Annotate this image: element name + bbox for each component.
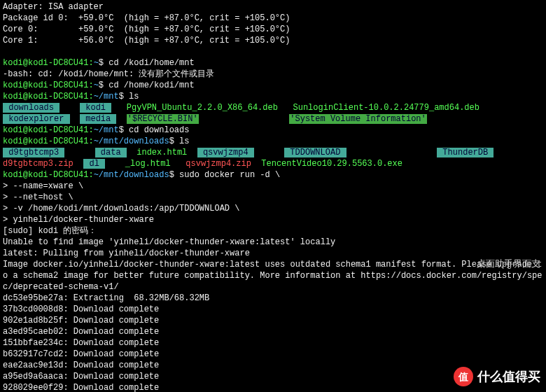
ls-downloads-row1: d9tgbtcmp3 data index.html qsvwjzmp4 TDD… [3, 147, 543, 158]
pull-msg-1: Unable to find image 'yinheli/docker-thu… [3, 237, 543, 248]
docker-arg-image: > yinheli/docker-thunder-xware [3, 214, 543, 225]
sudo-password: [sudo] kodi 的密码： [3, 225, 543, 237]
prompt-docker-run: kodi@kodi-DC8CU41:~/mnt/downloads$ sudo … [3, 169, 543, 181]
sensor-pkg: Package id 0: +59.0°C (high = +87.0°C, c… [3, 13, 543, 24]
sensor-core0: Core 0: +59.0°C (high = +87.0°C, crit = … [3, 24, 543, 35]
prompt-ls-downloads: kodi@kodi-DC8CU41:~/mnt/downloads$ ls [3, 136, 543, 147]
docker-arg-name: > --name=xware \ [3, 181, 543, 192]
pull-layer-5: b632917c7cd2: Download complete [3, 349, 543, 360]
prompt-ls-mnt: kodi@kodi-DC8CU41:~/mnt$ ls [3, 91, 543, 102]
ls-mnt-row2: kodexplorer media '$RECYCLE.BIN' 'System… [3, 113, 543, 125]
pull-msg-2: latest: Pulling from yinheli/docker-thun… [3, 248, 543, 259]
docker-arg-net: > --net=host \ [3, 192, 543, 203]
pull-layer-3: a3ed95caeb02: Download complete [3, 326, 543, 337]
pull-layer-4: 151bbfae234c: Download complete [3, 337, 543, 349]
watermark-icon: 值 [454, 367, 473, 386]
pull-msg-5: c/deprecated-schema-v1/ [3, 281, 543, 293]
pull-layer-1: 37b3cd0008d8: Download complete [3, 304, 543, 315]
prompt-cd-home: kodi@kodi-DC8CU41:~$ cd /home/kodi/mnt [3, 80, 543, 91]
blank-line [3, 46, 543, 57]
docker-arg-vol: > -v /home/kodi/mnt/downloads:/app/TDDOW… [3, 203, 543, 214]
pull-extract: dc53e95be27a: Extracting 68.32MB/68.32MB [3, 293, 543, 304]
watermark-text: 什么值得买 [477, 371, 540, 382]
ls-mnt-row1: downloads kodi PgyVPN_Ubuntu_2.2.0_X86_6… [3, 102, 543, 113]
pull-layer-2: 902e1ad8b25f: Download complete [3, 315, 543, 326]
watermark: 值 什么值得买 [454, 367, 540, 386]
pull-msg-4: o a schema2 image for better future comp… [3, 270, 543, 281]
ls-downloads-row2: d9tgbtcmp3.zip dl _log.html qsvwjzmp4.zi… [3, 158, 543, 169]
sensor-core1: Core 1: +56.0°C (high = +87.0°C, crit = … [3, 35, 543, 46]
pull-msg-3: Image docker.io/yinheli/docker-thunder-x… [3, 259, 543, 270]
error-no-dir: -bash: cd: /kodi/home/mnt: 没有那个文件或目录 [3, 69, 543, 80]
desktop-notification: 桌面助手界面支 [475, 258, 542, 270]
sensor-adapter: Adapter: ISA adapter [3, 1, 543, 13]
prompt-cd-downloads: kodi@kodi-DC8CU41:~/mnt$ cd downloads [3, 125, 543, 136]
prompt-cd-kodi: kodi@kodi-DC8CU41:~$ cd /kodi/home/mnt [3, 57, 543, 69]
